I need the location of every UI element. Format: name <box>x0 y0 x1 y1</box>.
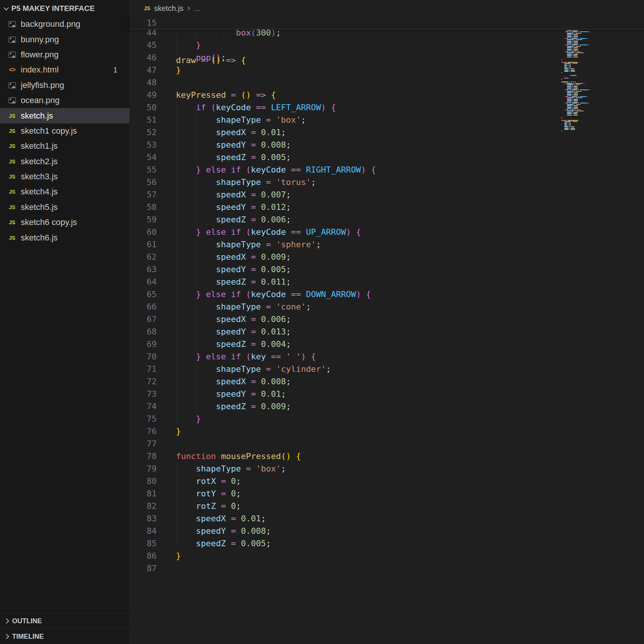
file-item[interactable]: ocean.png <box>0 93 129 108</box>
code-token: 'cylinder' <box>276 364 326 374</box>
sticky-scroll-line[interactable]: 15 draw = () => { <box>129 17 644 29</box>
code-line[interactable]: 80rotX = 0; <box>129 475 644 487</box>
code-line[interactable]: 67speedX = 0.006; <box>129 313 644 325</box>
file-item[interactable]: JSsketch6.js <box>0 230 129 245</box>
code-token <box>226 90 231 100</box>
code-line[interactable]: 72speedX = 0.008; <box>129 375 644 388</box>
code-line[interactable]: 54speedZ = 0.005; <box>129 151 644 163</box>
code-token: ; <box>286 252 291 262</box>
code-line[interactable]: 62speedX = 0.009; <box>129 251 644 263</box>
file-item[interactable]: JSsketch1 copy.js <box>0 123 129 139</box>
code-line[interactable]: 77 <box>129 438 644 450</box>
code-token <box>241 290 246 299</box>
code-token: ; <box>266 526 271 536</box>
code-token <box>256 327 261 336</box>
code-token: } <box>196 352 201 361</box>
code-line[interactable]: 70} else if (key == ' ') { <box>129 350 644 363</box>
code-line[interactable]: 74speedZ = 0.009; <box>129 400 644 413</box>
code-line[interactable]: 76} <box>129 425 644 438</box>
indent-guide <box>176 163 176 176</box>
code-token: speedZ <box>216 277 246 287</box>
code-line[interactable]: 86} <box>129 550 644 562</box>
line-number: 64 <box>129 276 157 288</box>
file-item[interactable]: JSsketch.js <box>0 108 129 123</box>
code-token: ; <box>311 177 316 187</box>
indent-guide <box>176 126 176 139</box>
breadcrumb: JS sketch.js › ... <box>129 0 644 17</box>
js-icon: JS <box>8 159 17 165</box>
code-line[interactable]: 85speedZ = 0.005; <box>129 537 644 550</box>
code-line[interactable]: 83speedX = 0.01; <box>129 512 644 525</box>
code-line[interactable]: 87 <box>129 562 644 575</box>
code-line[interactable]: 58speedY = 0.012; <box>129 201 644 213</box>
code-line[interactable]: 63speedY = 0.005; <box>129 263 644 276</box>
code-token <box>256 153 261 162</box>
code-line[interactable]: 68speedY = 0.013; <box>129 325 644 338</box>
code-token <box>256 140 261 149</box>
code-line[interactable]: 79shapeType = 'box'; <box>129 462 644 475</box>
code-line[interactable]: 69speedZ = 0.004; <box>129 338 644 350</box>
line-number: 85 <box>129 537 157 550</box>
code-token: ; <box>236 501 241 511</box>
code-token: = <box>266 177 271 187</box>
file-item[interactable]: JSsketch4.js <box>0 184 129 199</box>
code-line[interactable]: 66shapeType = 'cone'; <box>129 300 644 313</box>
file-item[interactable]: JSsketch3.js <box>0 169 129 184</box>
file-name: sketch5.js <box>21 202 58 212</box>
line-number: 78 <box>129 450 157 462</box>
code-line[interactable]: 59speedZ = 0.006; <box>129 213 644 226</box>
file-item[interactable]: background.png <box>0 17 129 32</box>
sidebar-section-outline[interactable]: OUTLINE <box>0 613 129 629</box>
code-token <box>226 476 231 486</box>
code-token <box>246 339 251 349</box>
breadcrumb-item-symbol[interactable]: ... <box>194 4 200 13</box>
code-line[interactable]: 78function mousePressed() { <box>129 450 644 462</box>
code-line[interactable]: 61shapeType = 'sphere'; <box>129 238 644 251</box>
code-token: ; <box>286 265 291 274</box>
code-line[interactable]: 57speedX = 0.007; <box>129 188 644 201</box>
code-token: speedY <box>216 265 246 274</box>
code-token: RIGHT_ARROW <box>306 165 361 174</box>
code-token <box>261 364 266 374</box>
code-token: UP_ARROW <box>306 227 346 237</box>
code-token: => <box>256 90 266 100</box>
file-item[interactable]: flower.png <box>0 47 129 62</box>
code-line[interactable]: 71shapeType = 'cylinder'; <box>129 363 644 375</box>
code-line[interactable]: 56shapeType = 'torus'; <box>129 176 644 188</box>
line-number: 51 <box>129 114 157 126</box>
file-item[interactable]: bunny.png <box>0 32 129 47</box>
code-line[interactable]: 65} else if (keyCode == DOWN_ARROW) { <box>129 288 644 300</box>
code-line[interactable]: 73speedY = 0.01; <box>129 388 644 400</box>
code-line[interactable]: 75} <box>129 413 644 425</box>
code-line[interactable]: 82rotZ = 0; <box>129 500 644 512</box>
file-item[interactable]: JSsketch2.js <box>0 154 129 169</box>
code-token <box>226 489 231 498</box>
file-item[interactable]: <>index.html1 <box>0 62 129 77</box>
code-token <box>216 489 221 498</box>
code-token: DOWN_ARROW <box>306 290 356 299</box>
line-number: 83 <box>129 512 157 525</box>
file-item[interactable]: jellyfish.png <box>0 78 129 93</box>
explorer-section-header[interactable]: P5 MAKEY INTERFACE <box>0 0 129 17</box>
code-line[interactable]: 53speedY = 0.008; <box>129 139 644 151</box>
editor[interactable]: JS sketch.js › ... 44box(300);45}46pop()… <box>129 0 644 644</box>
file-item[interactable]: JSsketch6 copy.js <box>0 215 129 230</box>
code-token: shapeType <box>216 115 261 125</box>
file-item[interactable]: JSsketch1.js <box>0 139 129 154</box>
js-icon: JS <box>8 113 17 119</box>
code-token: = <box>251 402 256 411</box>
image-icon <box>8 97 17 103</box>
code-line[interactable]: 81rotY = 0; <box>129 487 644 500</box>
breadcrumb-item-file[interactable]: sketch.js <box>154 4 183 13</box>
code-token <box>226 352 231 361</box>
indent-guide <box>176 238 176 251</box>
code-line[interactable]: 64speedZ = 0.011; <box>129 276 644 288</box>
code-line[interactable]: 60} else if (keyCode == UP_ARROW) { <box>129 226 644 238</box>
code-line[interactable]: 55} else if (keyCode == RIGHT_ARROW) { <box>129 163 644 176</box>
code-token: ( <box>246 352 251 361</box>
indent-guide <box>176 139 176 151</box>
sidebar-section-timeline[interactable]: TIMELINE <box>0 629 129 644</box>
code-line[interactable]: 84speedY = 0.008; <box>129 525 644 537</box>
file-item[interactable]: JSsketch5.js <box>0 200 129 215</box>
code-token: rotX <box>196 476 216 486</box>
